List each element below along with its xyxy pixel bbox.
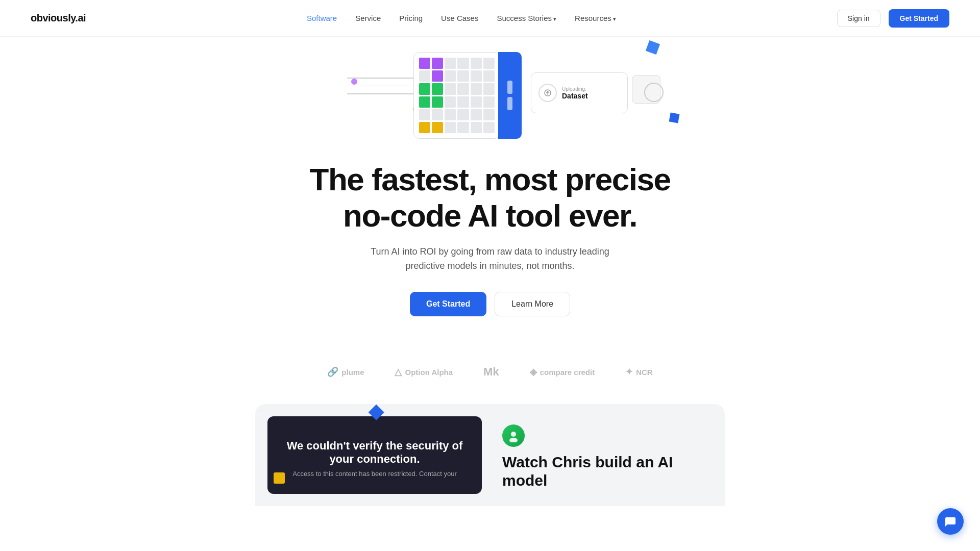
- grid-cell: [457, 96, 469, 108]
- grid-cell: [483, 83, 495, 94]
- nav-item-service[interactable]: Service: [355, 14, 381, 23]
- logo-mk: Mk: [483, 365, 499, 379]
- shape-circle-outline: [644, 83, 664, 102]
- grid-cell: [471, 96, 482, 108]
- deco-circle: [351, 79, 357, 85]
- nav-actions: Sign in Get Started: [837, 9, 949, 28]
- logo-ncr: ✦ NCR: [625, 366, 653, 378]
- grid-cell: [432, 83, 443, 94]
- logos-section: 🔗 plume △ Option Alpha Mk ◈ compare cred…: [0, 365, 980, 404]
- yellow-square-deco: [274, 472, 285, 484]
- grid-cell: [483, 58, 495, 69]
- grid-cell: [483, 122, 495, 133]
- grid-cell: [471, 70, 482, 82]
- ncr-icon: ✦: [625, 366, 633, 378]
- grid-cell: [419, 58, 430, 69]
- learn-more-button[interactable]: Learn More: [495, 292, 570, 316]
- hero-subtitle: Turn AI into ROI by going from raw data …: [357, 244, 623, 274]
- video-placeholder: We couldn't verify the security of your …: [267, 416, 482, 494]
- plume-label: plume: [341, 368, 364, 377]
- nav-link-use-cases[interactable]: Use Cases: [441, 14, 478, 22]
- grid-cell: [471, 83, 482, 94]
- grid-cell: [432, 70, 443, 82]
- logo-compare-credit: ◈ compare credit: [530, 366, 595, 378]
- nav-item-success-stories[interactable]: Success Stories: [497, 14, 556, 23]
- grid-cell: [432, 109, 443, 120]
- grid-cell: [457, 109, 469, 120]
- upload-icon: [538, 84, 557, 102]
- grid-cell: [419, 109, 430, 120]
- deco-line-3: [347, 93, 413, 94]
- logo-option-alpha: △ Option Alpha: [395, 366, 453, 378]
- get-started-nav-button[interactable]: Get Started: [889, 9, 949, 28]
- nav-item-software[interactable]: Software: [307, 14, 337, 23]
- avatar: [502, 424, 525, 447]
- grid-cell: [445, 96, 456, 108]
- grid-card: [413, 52, 500, 139]
- plume-icon: 🔗: [327, 366, 338, 378]
- nav-link-software[interactable]: Software: [307, 14, 337, 22]
- blue-panel-dot-2: [507, 97, 512, 110]
- grid-cell: [432, 96, 443, 108]
- nav-item-pricing[interactable]: Pricing: [399, 14, 423, 23]
- watch-chris: Watch Chris build an AI model: [494, 404, 725, 506]
- nav-item-resources[interactable]: Resources: [575, 14, 616, 23]
- nav-link-service[interactable]: Service: [355, 14, 381, 22]
- blue-panel: [498, 52, 522, 139]
- grid-cell: [457, 70, 469, 82]
- grid-cell: [445, 83, 456, 94]
- grid-cell: [419, 83, 430, 94]
- grid-cell: [457, 58, 469, 69]
- shape-blue-small: [669, 113, 680, 123]
- nav-item-use-cases[interactable]: Use Cases: [441, 14, 478, 23]
- hero-section: Uploading: Dataset The fastest, most pre…: [0, 37, 980, 365]
- watch-title: Watch Chris build an AI model: [502, 453, 708, 490]
- grid-cell: [457, 122, 469, 133]
- grid-cell: [471, 122, 482, 133]
- navbar: obviously.ai Software Service Pricing Us…: [0, 0, 980, 37]
- deco-line-1: [347, 78, 413, 79]
- nav-link-success-stories[interactable]: Success Stories: [497, 14, 556, 22]
- grid-cell: [483, 109, 495, 120]
- blue-panel-dot-1: [507, 81, 512, 94]
- hero-buttons: Get Started Learn More: [410, 292, 570, 316]
- grid-cell: [445, 70, 456, 82]
- hero-title-line2: no-code AI tool ever.: [343, 198, 637, 233]
- upload-svg-icon: [544, 89, 552, 97]
- svg-point-5: [509, 438, 518, 442]
- shape-blue-top: [646, 40, 660, 55]
- hero-title-line1: The fastest, most precise: [310, 162, 671, 197]
- nav-link-resources[interactable]: Resources: [575, 14, 616, 22]
- grid-cell: [457, 83, 469, 94]
- ncr-label: NCR: [636, 368, 653, 377]
- security-sub: Access to this content has been restrict…: [284, 470, 465, 478]
- grid-cell: [432, 58, 443, 69]
- compare-credit-label: compare credit: [540, 368, 595, 377]
- logo[interactable]: obviously.ai: [31, 12, 86, 24]
- grid-cell: [419, 122, 430, 133]
- diamond-deco: [369, 405, 384, 420]
- upload-card: Uploading: Dataset: [531, 72, 628, 113]
- get-started-hero-button[interactable]: Get Started: [410, 292, 486, 316]
- signin-button[interactable]: Sign in: [837, 10, 880, 27]
- upload-label-big: Dataset: [562, 92, 588, 100]
- security-title: We couldn't verify the security of your …: [284, 439, 465, 466]
- option-alpha-icon: △: [395, 366, 402, 378]
- hero-illustration: Uploading: Dataset: [347, 47, 633, 149]
- grid-cell: [471, 109, 482, 120]
- compare-credit-icon: ◈: [530, 366, 537, 378]
- nav-links: Software Service Pricing Use Cases Succe…: [307, 14, 616, 23]
- option-alpha-label: Option Alpha: [405, 368, 453, 377]
- mk-icon: Mk: [483, 365, 499, 379]
- upload-text: Uploading: Dataset: [562, 86, 588, 100]
- grid-cell: [445, 122, 456, 133]
- grid-cell: [445, 109, 456, 120]
- grid-cell: [483, 70, 495, 82]
- nav-link-pricing[interactable]: Pricing: [399, 14, 423, 22]
- upload-label-small: Uploading:: [562, 86, 588, 92]
- grid-cell: [419, 96, 430, 108]
- grid-cell: [419, 70, 430, 82]
- deco-line-2: [347, 86, 413, 87]
- grid-cell: [445, 58, 456, 69]
- avatar-svg: [507, 429, 520, 442]
